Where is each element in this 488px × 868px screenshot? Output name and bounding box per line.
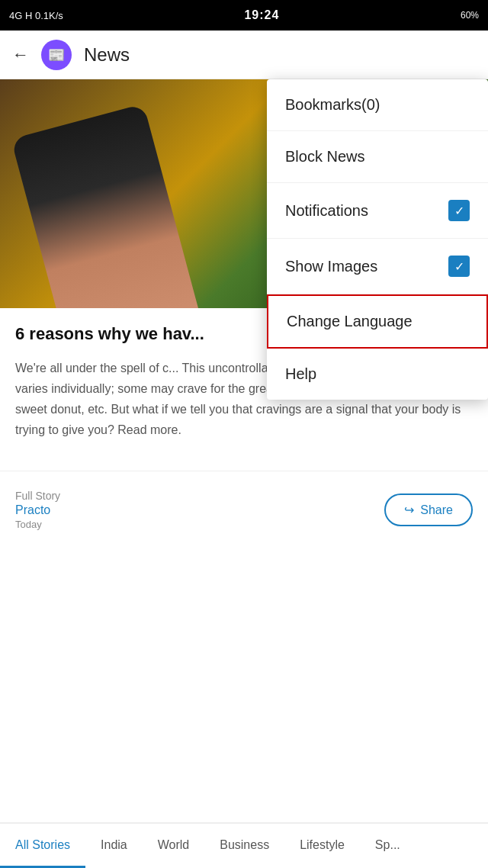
dropdown-item-label-change-language: Change Language xyxy=(287,313,413,330)
dropdown-item-bookmarks[interactable]: Bookmarks(0) xyxy=(267,79,488,131)
tab-business-label: Business xyxy=(220,838,269,852)
dropdown-menu: Bookmarks(0)Block NewsNotifications✓Show… xyxy=(267,79,488,400)
dropdown-item-label-help: Help xyxy=(285,365,316,383)
tab-bar: All Stories India World Business Lifesty… xyxy=(0,822,488,868)
dropdown-item-label-show-images: Show Images xyxy=(285,258,377,275)
status-left: 4G H 0.1K/s xyxy=(9,10,63,21)
checkbox-notifications[interactable]: ✓ xyxy=(448,200,470,221)
tab-india[interactable]: India xyxy=(85,824,143,868)
full-story-source[interactable]: Practo xyxy=(15,503,60,517)
tab-sports[interactable]: Sp... xyxy=(360,824,416,868)
tab-lifestyle-label: Lifestyle xyxy=(300,838,345,852)
page-title: News xyxy=(84,44,130,66)
tab-all-stories[interactable]: All Stories xyxy=(0,824,85,868)
dropdown-item-label-block-news: Block News xyxy=(285,148,364,166)
tab-all-stories-label: All Stories xyxy=(15,838,70,852)
dropdown-item-block-news[interactable]: Block News xyxy=(267,131,488,183)
full-story-date: Today xyxy=(15,519,60,530)
tab-lifestyle[interactable]: Lifestyle xyxy=(284,824,360,868)
tab-sports-label: Sp... xyxy=(375,838,400,852)
status-time: 19:24 xyxy=(244,8,279,22)
tab-india-label: India xyxy=(101,838,127,852)
dropdown-item-show-images[interactable]: Show Images✓ xyxy=(267,239,488,294)
tab-business[interactable]: Business xyxy=(204,824,284,868)
battery-info: 60% xyxy=(461,10,479,21)
person-arm xyxy=(11,104,203,308)
back-button[interactable]: ← xyxy=(12,45,29,65)
tab-world-label: World xyxy=(158,838,190,852)
news-app-icon: 📰 xyxy=(41,40,72,70)
full-story-row: Full Story Practo Today ↪ Share xyxy=(0,471,488,542)
share-button[interactable]: ↪ Share xyxy=(384,493,473,526)
full-story-label: Full Story xyxy=(15,490,60,502)
dropdown-item-notifications[interactable]: Notifications✓ xyxy=(267,183,488,239)
checkbox-show-images[interactable]: ✓ xyxy=(448,256,470,277)
dropdown-item-help[interactable]: Help xyxy=(267,349,488,400)
share-icon: ↪ xyxy=(404,503,414,517)
tab-world[interactable]: World xyxy=(143,824,205,868)
status-bar: 4G H 0.1K/s 19:24 60% xyxy=(0,0,488,31)
dropdown-item-label-bookmarks: Bookmarks(0) xyxy=(285,96,380,114)
full-story-left: Full Story Practo Today xyxy=(15,490,60,530)
app-bar: ← 📰 News xyxy=(0,31,488,79)
network-info: 4G H 0.1K/s xyxy=(9,10,63,21)
status-right: 60% xyxy=(461,10,479,21)
dropdown-item-change-language[interactable]: Change Language xyxy=(267,294,488,349)
share-label: Share xyxy=(420,503,453,517)
news-icon: 📰 xyxy=(48,47,65,63)
dropdown-item-label-notifications: Notifications xyxy=(285,202,368,220)
